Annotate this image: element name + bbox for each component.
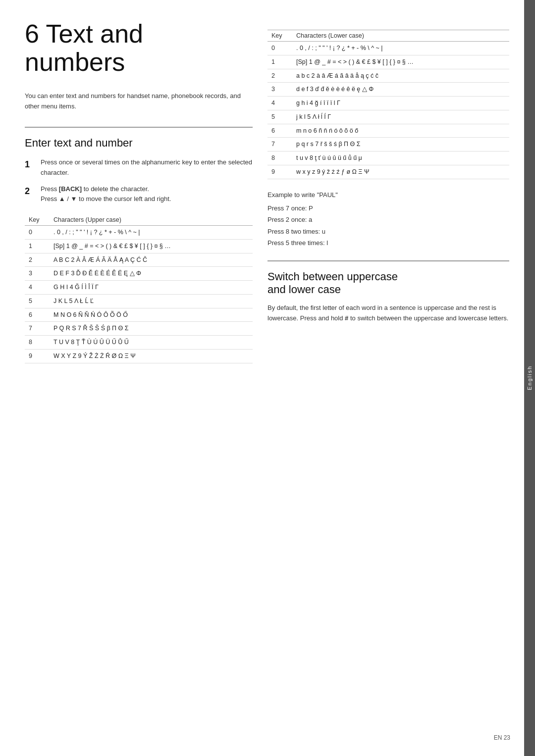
table-row: 3D E F 3 Ď Đ Ě Ė È É Ê Ë Ę △ Φ — [25, 267, 253, 281]
upper-case-table: Key Characters (Upper case) 0. 0 , / : ;… — [25, 214, 253, 363]
chars-cell: J K L 5 Λ Ł Ĺ Ľ — [50, 294, 253, 308]
side-tab-label: English — [527, 365, 533, 390]
lower-table-chars-header: Characters (Lower case) — [292, 30, 509, 42]
table-row: 2a b c 2 à â Æ á ã â ä å ą ç ć č — [268, 69, 509, 83]
step-2-num: 2 — [25, 184, 35, 205]
right-column: Key Characters (Lower case) 0. 0 , / : ;… — [268, 20, 509, 736]
upper-table-chars-header: Characters (Upper case) — [50, 214, 253, 226]
chapter-title: 6 Text andnumbers — [25, 20, 253, 76]
key-cell: 2 — [268, 69, 292, 83]
key-cell: 9 — [25, 349, 50, 363]
step-1-text: Press once or several times on the alpha… — [41, 157, 253, 178]
step-2-bold: [BACK] — [59, 185, 82, 193]
table-row: 2A B C 2 À Â Æ Á Ã Ä Å Ą A Ç Ć Č — [25, 253, 253, 267]
section-divider-1 — [25, 127, 253, 128]
example-lines: Press 7 once: PPress 2 once: aPress 8 tw… — [268, 202, 509, 249]
upper-table-key-header: Key — [25, 214, 50, 226]
section-divider-2 — [268, 260, 509, 261]
table-row: 0. 0 , / : ; " " ' ! ¡ ? ¿ * + - % \ ^ ~… — [268, 42, 509, 55]
switch-section-heading: Switch between uppercaseand lower case — [268, 270, 509, 296]
key-cell: 8 — [268, 151, 292, 165]
example-title: Example to write "PAUL" — [268, 189, 509, 201]
chars-cell: [Sp] 1 @ _ # = < > ( ) & € £ $ ¥ [ ] { }… — [292, 55, 509, 69]
key-cell: 0 — [268, 42, 292, 55]
chars-cell: a b c 2 à â Æ á ã â ä å ą ç ć č — [292, 69, 509, 83]
chars-cell: W X Y Z 9 Ý Ž Ż Ż Ŕ Ø Ω Ξ Ψ — [50, 349, 253, 363]
key-cell: 6 — [268, 124, 292, 138]
table-row: 3d e f 3 ď đ ě ė è é ê ë ę △ Φ — [268, 83, 509, 97]
table-row: 1[Sp] 1 @ _ # = < > ( ) & € £ $ ¥ [ ] { … — [268, 55, 509, 69]
table-row: 1[Sp] 1 @ _ # = < > ( ) & € £ $ ¥ [ ] { … — [25, 239, 253, 253]
page-wrapper: English 6 Text andnumbers You can enter … — [0, 0, 535, 756]
page-number: EN 23 — [494, 734, 510, 741]
key-cell: 5 — [268, 110, 292, 124]
chars-cell: T U V 8 Ţ Ť Ù Ú Û Ü Ű Ů Ű — [50, 336, 253, 350]
step-2: 2 Press [BACK] to delete the character. … — [25, 184, 253, 205]
table-row: 4g h i 4 ğ í î ï ï l Γ — [268, 97, 509, 110]
key-cell: 7 — [268, 138, 292, 151]
table-row: 6M N O 6 Ñ Ň Ń Ó Ô Õ Ö Ő — [25, 308, 253, 322]
chars-cell: M N O 6 Ñ Ň Ń Ó Ô Õ Ö Ő — [50, 308, 253, 322]
table-row: 9w x y z 9 ý ž ż ź ƒ ø Ω Ξ Ψ — [268, 165, 509, 179]
table-row: 8t u v 8 ţ ť ù ú û ü ű ů ű μ — [268, 151, 509, 165]
step-1-num: 1 — [25, 157, 35, 178]
key-cell: 4 — [25, 281, 50, 295]
chars-cell: g h i 4 ğ í î ï ï l Γ — [292, 97, 509, 110]
switch-bold: # — [345, 314, 348, 322]
key-cell: 5 — [25, 294, 50, 308]
chars-cell: D E F 3 Ď Đ Ě Ė È É Ê Ë Ę △ Φ — [50, 267, 253, 281]
table-row: 0. 0 , / : ; " " ' ! ¡ ? ¿ * + - % \ ^ ~… — [25, 226, 253, 240]
list-item: Press 2 once: a — [268, 214, 509, 225]
table-row: 4G H I 4 Ğ Í Ì Î Ï Γ — [25, 281, 253, 295]
lower-case-table: Key Characters (Lower case) 0. 0 , / : ;… — [268, 30, 509, 179]
intro-text: You can enter text and numbers for hands… — [25, 91, 253, 112]
side-tab: English — [524, 0, 535, 756]
key-cell: 2 — [25, 253, 50, 267]
list-item: Press 5 three times: l — [268, 237, 509, 249]
chars-cell: . 0 , / : ; " " ' ! ¡ ? ¿ * + - % \ ^ ~ … — [50, 226, 253, 240]
page-footer: EN 23 — [494, 734, 510, 741]
chars-cell: G H I 4 Ğ Í Ì Î Ï Γ — [50, 281, 253, 295]
chars-cell: P Q R S 7 Ř Š Š Ś β Π Θ Σ — [50, 322, 253, 336]
list-item: Press 7 once: P — [268, 202, 509, 214]
lower-table-key-header: Key — [268, 30, 292, 42]
chars-cell: d e f 3 ď đ ě ė è é ê ë ę △ Φ — [292, 83, 509, 97]
chars-cell: A B C 2 À Â Æ Á Ã Ä Å Ą A Ç Ć Č — [50, 253, 253, 267]
key-cell: 8 — [25, 336, 50, 350]
chapter-number: 6 — [25, 19, 39, 48]
key-cell: 3 — [25, 267, 50, 281]
table-row: 5j k l 5 Λ ł ĺ Í Γ — [268, 110, 509, 124]
list-item: Press 8 two times: u — [268, 226, 509, 237]
chars-cell: j k l 5 Λ ł ĺ Í Γ — [292, 110, 509, 124]
chars-cell: t u v 8 ţ ť ù ú û ü ű ů ű μ — [292, 151, 509, 165]
step-2-text: Press [BACK] to delete the character. Pr… — [41, 184, 253, 205]
table-row: 5J K L 5 Λ Ł Ĺ Ľ — [25, 294, 253, 308]
key-cell: 1 — [268, 55, 292, 69]
key-cell: 9 — [268, 165, 292, 179]
chapter-title-text: Text andnumbers — [25, 19, 143, 76]
left-column: 6 Text andnumbers You can enter text and… — [25, 20, 253, 736]
table-row: 6m n o 6 ñ ň ń ó ô õ ö ő — [268, 124, 509, 138]
key-cell: 6 — [25, 308, 50, 322]
chars-cell: [Sp] 1 @ _ # = < > ( ) & € £ $ ¥ [ ] { }… — [50, 239, 253, 253]
table-row: 7P Q R S 7 Ř Š Š Ś β Π Θ Σ — [25, 322, 253, 336]
steps-list: 1 Press once or several times on the alp… — [25, 157, 253, 204]
key-cell: 3 — [268, 83, 292, 97]
key-cell: 0 — [25, 226, 50, 240]
key-cell: 7 — [25, 322, 50, 336]
chars-cell: m n o 6 ñ ň ń ó ô õ ö ő — [292, 124, 509, 138]
example-block: Example to write "PAUL" Press 7 once: PP… — [268, 189, 509, 249]
step-1: 1 Press once or several times on the alp… — [25, 157, 253, 178]
enter-section-heading: Enter text and number — [25, 137, 253, 150]
table-row: 8T U V 8 Ţ Ť Ù Ú Û Ü Ű Ů Ű — [25, 336, 253, 350]
key-cell: 1 — [25, 239, 50, 253]
table-row: 9W X Y Z 9 Ý Ž Ż Ż Ŕ Ø Ω Ξ Ψ — [25, 349, 253, 363]
chars-cell: w x y z 9 ý ž ż ź ƒ ø Ω Ξ Ψ — [292, 165, 509, 179]
main-content: 6 Text andnumbers You can enter text and… — [0, 0, 524, 756]
switch-section-text: By default, the first letter of each wor… — [268, 303, 509, 324]
key-cell: 4 — [268, 97, 292, 110]
chars-cell: p q r s 7 ř š š ś β Π Θ Σ — [292, 138, 509, 151]
chars-cell: . 0 , / : ; " " ' ! ¡ ? ¿ * + - % \ ^ ~ … — [292, 42, 509, 55]
table-row: 7p q r s 7 ř š š ś β Π Θ Σ — [268, 138, 509, 151]
